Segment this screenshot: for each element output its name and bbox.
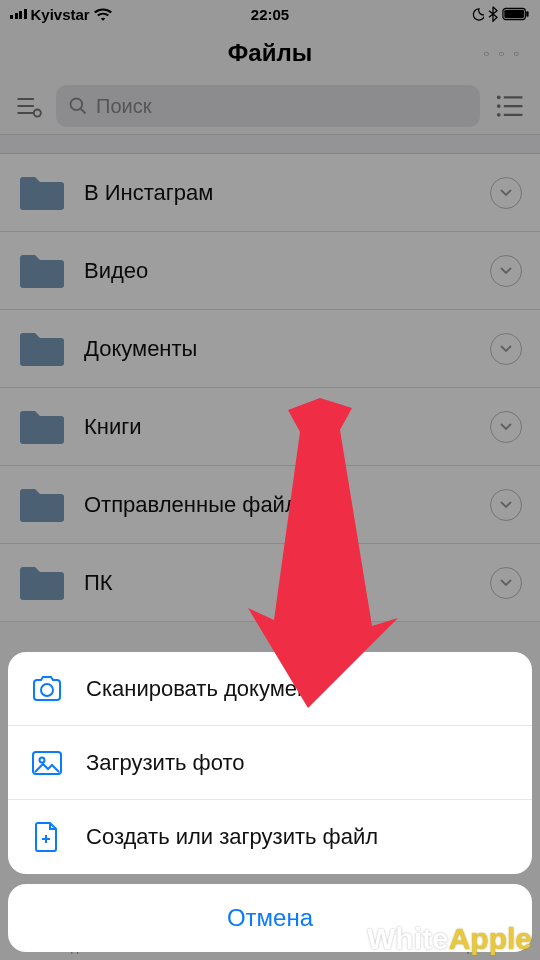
file-add-icon — [30, 820, 64, 854]
sheet-create-upload-label: Создать или загрузить файл — [86, 824, 378, 850]
sheet-create-upload-file[interactable]: Создать или загрузить файл — [8, 800, 532, 874]
sheet-scan-label: Сканировать документ — [86, 676, 319, 702]
sheet-upload-photo-label: Загрузить фото — [86, 750, 244, 776]
sheet-upload-photo[interactable]: Загрузить фото — [8, 726, 532, 800]
svg-point-9 — [41, 684, 53, 696]
action-sheet: Сканировать документ Загрузить фото Созд… — [8, 652, 532, 874]
watermark: WhiteApple — [367, 922, 532, 956]
cancel-label: Отмена — [227, 904, 313, 932]
svg-point-11 — [40, 757, 45, 762]
photo-icon — [30, 746, 64, 780]
camera-icon — [30, 672, 64, 706]
sheet-scan-document[interactable]: Сканировать документ — [8, 652, 532, 726]
